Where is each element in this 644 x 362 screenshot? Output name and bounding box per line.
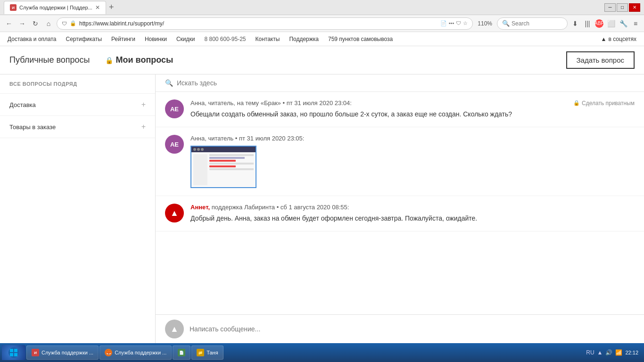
bookmarks-icon[interactable]: ||| [583, 19, 592, 28]
main-content: ВСЕ ВОПРОСЫ ПОДРЯД Доставка + Товары в з… [0, 74, 644, 343]
nav-new[interactable]: Новинки [145, 36, 167, 42]
tab-close-button[interactable]: ✕ [95, 4, 100, 11]
sidebar: ВСЕ ВОПРОСЫ ПОДРЯД Доставка + Товары в з… [0, 74, 156, 343]
pickup-points: 759 пунктов самовывоза [328, 36, 393, 42]
thumb-main [209, 154, 254, 185]
message-meta-3: Аннет, поддержка Лабиринта • сб 1 август… [190, 204, 349, 211]
compose-input[interactable] [190, 325, 635, 333]
thumb-dot [193, 148, 196, 151]
lock-icon: 🔒 [70, 20, 76, 26]
chat-search-bar[interactable]: 🔍 [156, 74, 644, 92]
download-icon[interactable]: ⬇ [570, 19, 580, 28]
thumb-line-red [209, 160, 236, 162]
sidebar-item-all[interactable]: ВСЕ ВОПРОСЫ ПОДРЯД [0, 74, 155, 94]
private-lock-icon: 🔒 [573, 100, 580, 106]
security-shield-icon: 🛡 [62, 21, 67, 26]
thumb-content [191, 152, 256, 187]
thumb-line-red [209, 165, 236, 167]
reader-icon[interactable]: 📄 [440, 20, 447, 26]
search-icon: 🔍 [502, 20, 510, 27]
message-content-3: Аннет, поддержка Лабиринта • сб 1 август… [190, 204, 635, 223]
message-header-2: Анна, читатель • пт 31 июля 2020 23:05: [190, 135, 635, 142]
zoom-level: 110% [476, 20, 494, 27]
sidebar-item-orders[interactable]: Товары в заказе + [0, 116, 155, 138]
message-text-3: Добрый день. Анна, заказ на обмен будет … [190, 214, 635, 223]
social-link[interactable]: ▲ в соцсетях [601, 36, 636, 42]
page-header: Публичные вопросы 🔒 Мои вопросы Задать в… [0, 46, 644, 74]
nav-delivery[interactable]: Доставка и оплата [8, 36, 57, 42]
make-private-button-1[interactable]: 🔒 Сделать приватным [573, 100, 635, 107]
thumb-line [209, 154, 254, 156]
restore-button[interactable]: □ [617, 3, 628, 12]
messages-container: АЕ Анна, читатель, на тему «Брак» • пт 3… [156, 92, 644, 314]
public-questions-link[interactable]: Публичные вопросы [9, 55, 90, 65]
address-bar-icons: 📄 ••• 🛡 ☆ [440, 20, 468, 26]
nav-support[interactable]: Поддержка [289, 36, 319, 42]
nav-contacts[interactable]: Контакты [256, 36, 280, 42]
extension2-icon[interactable]: 🔧 [619, 19, 628, 28]
thumb-dot [197, 148, 200, 151]
back-button[interactable]: ← [4, 18, 14, 29]
browser-tab-active[interactable]: И Служба поддержки | Поддер... ✕ [4, 1, 106, 14]
tab-title: Служба поддержки | Поддер... [19, 5, 92, 10]
thumb-bar [191, 147, 256, 152]
chat-search-input[interactable] [177, 79, 635, 87]
shield-icon[interactable]: 🛡 [456, 20, 461, 26]
browser-addressbar: ← → ↻ ⌂ 🛡 🔒 https://www.labirint.ru/supp… [0, 15, 644, 32]
message-block-3: ▲ Аннет, поддержка Лабиринта • сб 1 авгу… [156, 196, 644, 231]
thumb-line [209, 163, 254, 165]
thumb-line-blue [209, 157, 245, 159]
avatar-2: АЕ [165, 135, 184, 154]
close-button[interactable]: ✕ [629, 3, 640, 12]
new-tab-button[interactable]: + [106, 2, 117, 12]
home-button[interactable]: ⌂ [43, 18, 54, 29]
avatar-3: ▲ [165, 204, 184, 222]
message-content-2: Анна, читатель • пт 31 июля 2020 23:05: [190, 135, 635, 188]
thumb-line [209, 168, 254, 170]
support-author-name: Аннет, [190, 204, 210, 211]
minimize-button[interactable]: ─ [604, 3, 616, 12]
message-content-1: Анна, читатель, на тему «Брак» • пт 31 и… [190, 99, 635, 119]
message-text-1: Обещали создать обменный заказ, но прошл… [190, 109, 635, 119]
chat-area: 🔍 АЕ Анна, читатель, на тему «Брак» • пт… [156, 74, 644, 343]
browser-titlebar: И Служба поддержки | Поддер... ✕ + ─ □ ✕ [0, 0, 644, 15]
window-controls: ─ □ ✕ [604, 3, 640, 12]
toolbar-icons: ⬇ ||| ABP ⬜ 🔧 ≡ [570, 19, 640, 28]
logo-icon: ▲ [601, 36, 607, 42]
compose-avatar: ▲ [165, 320, 184, 338]
browser-search-input[interactable] [512, 20, 559, 27]
extension1-icon[interactable]: ⬜ [606, 19, 616, 28]
my-questions-heading: 🔒 Мои вопросы [105, 55, 173, 65]
chat-search-icon: 🔍 [165, 79, 173, 87]
thumb-sidebar [193, 154, 207, 185]
phone-number: 8 800 600-95-25 [204, 36, 246, 42]
message-block-1: АЕ Анна, читатель, на тему «Брак» • пт 3… [156, 92, 644, 127]
expand-icon: + [141, 123, 146, 131]
url-display[interactable]: https://www.labirint.ru/support/my/ [79, 20, 438, 27]
sidebar-item-delivery[interactable]: Доставка + [0, 94, 155, 116]
message-block-2: АЕ Анна, читатель • пт 31 июля 2020 23:0… [156, 127, 644, 196]
nav-ratings[interactable]: Рейтинги [111, 36, 135, 42]
thumb-dot [201, 148, 204, 151]
my-questions-lock-icon: 🔒 [105, 57, 113, 64]
adblock-icon[interactable]: ABP [595, 19, 603, 28]
screenshot-thumbnail[interactable] [190, 146, 256, 188]
nav-certificates[interactable]: Сертификаты [66, 36, 102, 42]
menu-icon[interactable]: ≡ [631, 19, 640, 28]
browser-search-box[interactable]: 🔍 [497, 17, 568, 30]
message-header-1: Анна, читатель, на тему «Брак» • пт 31 и… [190, 99, 635, 107]
ask-question-button[interactable]: Задать вопрос [566, 51, 635, 69]
refresh-button[interactable]: ↻ [30, 18, 41, 29]
message-meta-1: Анна, читатель, на тему «Брак» • пт 31 и… [190, 99, 352, 107]
expand-icon: + [141, 100, 146, 109]
star-icon[interactable]: ☆ [463, 20, 468, 26]
page-container: Публичные вопросы 🔒 Мои вопросы Задать в… [0, 46, 644, 343]
nav-discounts[interactable]: Скидки [176, 36, 195, 42]
tab-favicon: И [10, 4, 17, 11]
forward-button[interactable]: → [17, 18, 27, 29]
address-bar[interactable]: 🛡 🔒 https://www.labirint.ru/support/my/ … [57, 17, 473, 30]
site-navigation: Доставка и оплата Сертификаты Рейтинги Н… [0, 32, 644, 46]
options-icon[interactable]: ••• [449, 20, 454, 26]
message-header-3: Аннет, поддержка Лабиринта • сб 1 август… [190, 204, 635, 211]
message-meta-2: Анна, читатель • пт 31 июля 2020 23:05: [190, 135, 304, 142]
